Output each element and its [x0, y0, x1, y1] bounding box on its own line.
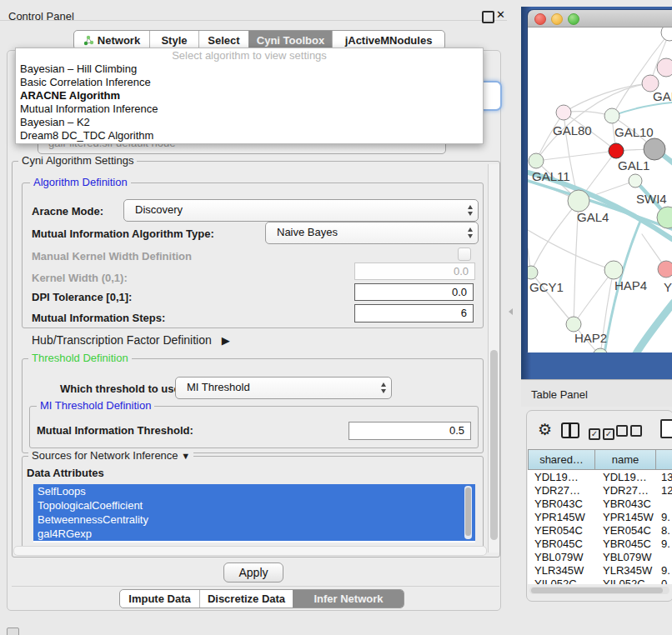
tab-style[interactable]: Style — [149, 31, 198, 49]
settings-horizontal-scrollbar[interactable] — [13, 546, 487, 556]
kernel-width-field[interactable]: 0.0 — [354, 262, 475, 280]
table-cell: YLR345W — [603, 564, 652, 577]
mi-algorithm-type-label: Mutual Information Algorithm Type: — [32, 228, 214, 240]
collapse-arrow-icon[interactable]: ▼ — [181, 451, 190, 461]
algorithm-option-bayesian-k2[interactable]: Bayesian – K2 — [16, 116, 483, 129]
network-node-node-gray[interactable] — [644, 138, 665, 160]
settings-vertical-scrollbar[interactable] — [488, 164, 499, 552]
network-node-node-top-right[interactable] — [661, 28, 672, 41]
dpi-tolerance-field[interactable]: 0.0 — [354, 283, 474, 301]
splitter-collapse-icon[interactable] — [509, 308, 513, 315]
table-horizontal-scrollbar-thumb[interactable] — [531, 588, 663, 593]
threshold-definition-title: Threshold Definition — [28, 352, 132, 364]
attributes-scrollbar[interactable] — [464, 486, 472, 539]
table-cell: YIL052C — [534, 578, 577, 584]
network-node-label-GAL4: GAL4 — [577, 210, 609, 224]
table-row[interactable]: YBR043CYBR043C — [528, 497, 672, 510]
document-icon[interactable] — [660, 419, 672, 438]
gear-icon[interactable]: ⚙ — [538, 420, 552, 439]
data-attributes-list[interactable]: SelfLoopsTopologicalCoefficientBetweenne… — [33, 484, 475, 542]
which-threshold-combobox[interactable]: MI Threshold — [175, 377, 392, 399]
network-node-GAL4[interactable] — [568, 190, 589, 212]
mac-minimize-button[interactable] — [551, 13, 563, 25]
unchecked-box-icon[interactable] — [616, 425, 628, 437]
table-row[interactable]: YER054CYER054C8. — [528, 523, 672, 537]
data-attributes-label: Data Attributes — [27, 467, 104, 479]
table-row[interactable]: YIL052CYIL052C0. — [528, 577, 672, 584]
table-horizontal-scrollbar[interactable] — [529, 587, 669, 594]
hub-definition-toggle[interactable]: Hub/Transcription Factor Definition ▶ — [32, 333, 230, 347]
attribute-item-topologicalcoefficient[interactable]: TopologicalCoefficient — [33, 498, 475, 512]
network-icon — [83, 35, 94, 46]
tab-infer-network[interactable]: Infer Network — [293, 590, 404, 608]
attributes-scrollbar-thumb[interactable] — [465, 488, 471, 536]
tab-select[interactable]: Select — [198, 31, 248, 49]
table-cell: YER054C — [603, 524, 651, 537]
attribute-item-gal4rgexp[interactable]: gal4RGexp — [33, 527, 475, 541]
close-icon[interactable]: ✕ — [496, 8, 505, 21]
deselect-all-checkboxes-icon[interactable] — [616, 425, 644, 440]
column-header-name[interactable]: name — [595, 449, 656, 470]
algorithm-dropdown-popup: Select algorithm to view settings Bayesi… — [15, 48, 484, 144]
table-cell: YBR045C — [534, 538, 583, 550]
table-row[interactable]: YDL19…YDL19…13 — [528, 470, 672, 483]
network-node-GAL1[interactable] — [609, 143, 624, 158]
network-node-SWI4[interactable] — [629, 174, 642, 188]
network-window-titlebar[interactable] — [528, 10, 672, 28]
table-cell: YBR045C — [603, 538, 651, 550]
algorithm-option-mutual-information-inference[interactable]: Mutual Information Inference — [16, 102, 483, 116]
checked-box-icon[interactable]: ✓ — [603, 428, 614, 440]
algorithm-option-dream8-dc-tdc-algorithm[interactable]: Dream8 DC_TDC Algorithm — [16, 129, 483, 142]
combo-stepper-icon — [468, 228, 473, 238]
minimized-panel-icon[interactable] — [7, 628, 19, 635]
network-node-GAL11[interactable] — [529, 153, 544, 168]
network-node-GCY1[interactable] — [528, 266, 538, 279]
select-all-checkboxes-icon[interactable]: ✓✓ — [589, 425, 617, 440]
network-node-label-HAP2: HAP2 — [574, 331, 607, 345]
mac-zoom-button[interactable] — [568, 13, 579, 25]
network-node-HAP4[interactable] — [604, 261, 623, 279]
algorithm-option-bayesian-hill-climbing[interactable]: Bayesian – Hill Climbing — [16, 62, 483, 76]
network-graph[interactable]: GAL7GAL80GAL10GAL1GAL11SWI4GAL4GCY1HAP4Y… — [528, 28, 672, 352]
table-row[interactable]: YBL079WYBL079W — [528, 550, 672, 563]
network-node-GAL10[interactable] — [604, 108, 619, 123]
column-layout-icon[interactable] — [561, 422, 579, 438]
table-row[interactable]: YPR145WYPR145W9. — [528, 510, 672, 523]
tab-network[interactable]: Network — [74, 31, 149, 49]
table-row[interactable]: YLR345WYLR345W9. — [528, 563, 672, 577]
mi-threshold-field[interactable]: 0.5 — [349, 422, 471, 440]
network-node-node-salmon[interactable] — [658, 261, 672, 278]
aracne-mode-combobox[interactable]: Discovery — [123, 199, 479, 222]
attribute-item-betweennesscentrality[interactable]: BetweennessCentrality — [33, 512, 475, 527]
tab-discretize-data[interactable]: Discretize Data — [199, 590, 293, 608]
network-node-GAL80[interactable] — [556, 105, 571, 120]
apply-button[interactable]: Apply — [223, 562, 283, 582]
algorithm-option-aracne-algorithm[interactable]: ARACNE Algorithm — [16, 89, 483, 102]
panel-divider — [12, 586, 499, 587]
network-node-HAP2[interactable] — [566, 317, 581, 332]
sources-group-title[interactable]: Sources for Network Inference ▼ — [28, 450, 193, 462]
algorithm-option-basic-correlation-inference[interactable]: Basic Correlation Inference — [16, 76, 483, 89]
unchecked-box-icon[interactable] — [630, 425, 642, 437]
expand-arrow-icon[interactable]: ▶ — [222, 334, 230, 347]
table-cell: YLR345W — [534, 564, 584, 577]
mac-close-button[interactable] — [534, 13, 546, 25]
tab-impute-data[interactable]: Impute Data — [120, 590, 199, 608]
settings-vertical-scrollbar-thumb[interactable] — [490, 350, 498, 540]
mi-algorithm-type-combobox[interactable]: Naive Bayes — [265, 222, 479, 244]
float-window-icon[interactable] — [482, 11, 494, 23]
table-cell: 9. — [661, 564, 670, 577]
tab-jactivemnodules[interactable]: jActiveMNodules — [332, 31, 444, 49]
network-node-node-pink-edge[interactable] — [657, 58, 672, 77]
checked-box-icon[interactable]: ✓ — [589, 428, 600, 440]
network-canvas[interactable]: GAL7GAL80GAL10GAL1GAL11SWI4GAL4GCY1HAP4Y… — [528, 28, 672, 352]
attribute-item-selfloops[interactable]: SelfLoops — [33, 484, 475, 498]
tab-cyni-toolbox[interactable]: Cyni Toolbox — [248, 31, 332, 49]
table-row[interactable]: YBR045CYBR045C9. — [528, 537, 672, 550]
column-header-shared[interactable]: shared… — [528, 449, 595, 470]
mi-steps-field[interactable]: 6 — [354, 304, 474, 322]
column-header-extra[interactable] — [656, 449, 672, 470]
table-row[interactable]: YDR27…YDR27…12 — [528, 483, 672, 497]
manual-kernel-width-checkbox[interactable] — [458, 248, 471, 261]
network-edge — [536, 151, 616, 161]
